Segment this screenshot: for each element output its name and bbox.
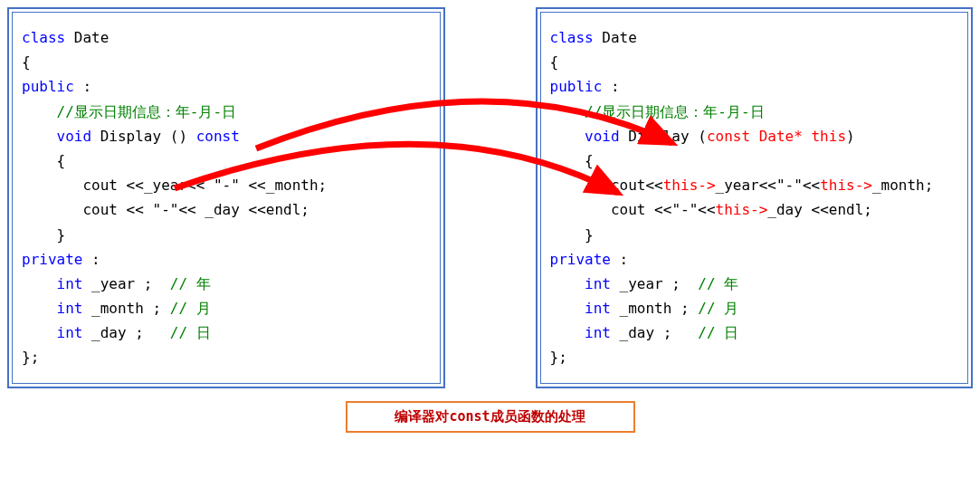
code-line: { — [550, 148, 959, 173]
keyword-private: private — [550, 251, 611, 268]
indent — [550, 300, 585, 317]
indent — [550, 177, 611, 194]
comment: // 月 — [170, 300, 211, 317]
code-line: public : — [22, 74, 431, 99]
indent — [22, 103, 57, 120]
right-code-box: class Date { public : //显示日期信息：年-月-日 voi… — [536, 7, 974, 388]
string-literal: "-" — [776, 177, 803, 194]
endl: endl; — [829, 201, 872, 218]
code-line: int _year ; // 年 — [550, 272, 959, 296]
code-line: int _month ; // 月 — [22, 296, 431, 320]
function-name: Display ( — [620, 128, 707, 145]
keyword-private: private — [22, 251, 82, 268]
operator: << — [178, 201, 205, 218]
operator: << — [698, 201, 715, 218]
keyword-int: int — [585, 324, 611, 341]
indent — [22, 201, 82, 218]
code-line: { — [550, 50, 959, 74]
operator: << — [248, 177, 265, 194]
member-var: _month ; — [611, 300, 698, 317]
code-line: cout <<_year<< "-" <<_month; — [22, 173, 431, 197]
code-line: cout <<"-"<<this->_day <<endl; — [550, 197, 959, 222]
code-line: void Display (const Date* this) — [550, 124, 959, 148]
member-var: _day — [205, 201, 248, 218]
caption-text-2: 成员函数的处理 — [490, 408, 585, 425]
code-line: private : — [550, 247, 959, 272]
code-line: int _month ; // 月 — [550, 296, 959, 320]
indent — [550, 128, 585, 145]
code-line: void Display () const — [22, 124, 431, 148]
member-var: _year — [144, 177, 187, 194]
operator: << — [654, 201, 671, 218]
code-line: //显示日期信息：年-月-日 — [22, 100, 431, 124]
keyword-class: class — [22, 29, 65, 46]
code-line: int _day ; // 日 — [550, 320, 959, 345]
operator: << — [812, 201, 829, 218]
keyword-const: const — [196, 128, 240, 145]
keyword-int: int — [57, 300, 83, 317]
member-var: _year ; — [82, 275, 169, 292]
cout: cout — [82, 201, 126, 218]
comment: // 日 — [698, 324, 738, 341]
left-code-inner: class Date { public : //显示日期信息：年-月-日 voi… — [12, 12, 441, 384]
cout: cout — [611, 201, 654, 218]
function-name: Display () — [91, 128, 196, 145]
comment: // 年 — [698, 275, 738, 292]
this-pointer: this-> — [663, 177, 716, 194]
code-line: class Date — [22, 25, 431, 50]
endl: endl; — [266, 201, 309, 218]
caption-text-const: const — [449, 408, 490, 425]
indent — [22, 300, 57, 317]
keyword-int: int — [57, 324, 83, 341]
code-line: { — [22, 148, 431, 173]
code-line: class Date — [550, 25, 959, 50]
indent — [550, 201, 611, 218]
operator: << — [803, 177, 820, 194]
code-line: } — [550, 223, 959, 247]
member-var: _month; — [266, 177, 327, 194]
indent — [22, 275, 57, 292]
comment: // 月 — [698, 300, 738, 317]
string-literal: "-" — [671, 201, 698, 218]
indent — [22, 324, 57, 341]
operator: << — [759, 177, 776, 194]
diagram-container: class Date { public : //显示日期信息：年-月-日 voi… — [7, 7, 973, 388]
code-line: private : — [22, 247, 431, 272]
this-pointer: this-> — [716, 201, 768, 218]
cout: cout — [611, 177, 646, 194]
member-var: _month; — [872, 177, 933, 194]
code-line: } — [22, 223, 431, 247]
keyword-public: public — [22, 78, 74, 95]
code-line: int _day ; // 日 — [22, 320, 431, 345]
member-var: _day ; — [611, 324, 698, 341]
colon: : — [602, 78, 619, 95]
keyword-void: void — [585, 128, 620, 145]
string-literal: "-" — [214, 177, 249, 194]
right-code-inner: class Date { public : //显示日期信息：年-月-日 voi… — [540, 12, 969, 384]
comment: // 日 — [170, 324, 211, 341]
operator: << — [645, 177, 662, 194]
operator: << — [249, 201, 266, 218]
member-var: _month ; — [82, 300, 169, 317]
member-var: _year ; — [611, 275, 698, 292]
code-line: int _year ; // 年 — [22, 272, 431, 296]
indent — [550, 324, 585, 341]
indent — [550, 275, 585, 292]
operator: << — [187, 177, 214, 194]
keyword-void: void — [57, 128, 92, 145]
code-line: }; — [22, 345, 431, 369]
this-pointer: this-> — [820, 177, 872, 194]
string-literal: "-" — [153, 201, 179, 218]
indent — [22, 128, 57, 145]
code-line: cout<<this->_year<<"-"<<this->_month; — [550, 173, 959, 197]
keyword-int: int — [57, 275, 83, 292]
comment: //显示日期信息：年-月-日 — [57, 103, 237, 120]
colon: : — [82, 251, 100, 268]
caption-box: 编译器对const成员函数的处理 — [346, 401, 635, 433]
colon: : — [74, 78, 91, 95]
keyword-class: class — [550, 29, 594, 46]
left-code-box: class Date { public : //显示日期信息：年-月-日 voi… — [7, 7, 445, 388]
indent — [550, 103, 585, 120]
member-var: _day — [767, 201, 811, 218]
operator: << — [127, 177, 144, 194]
